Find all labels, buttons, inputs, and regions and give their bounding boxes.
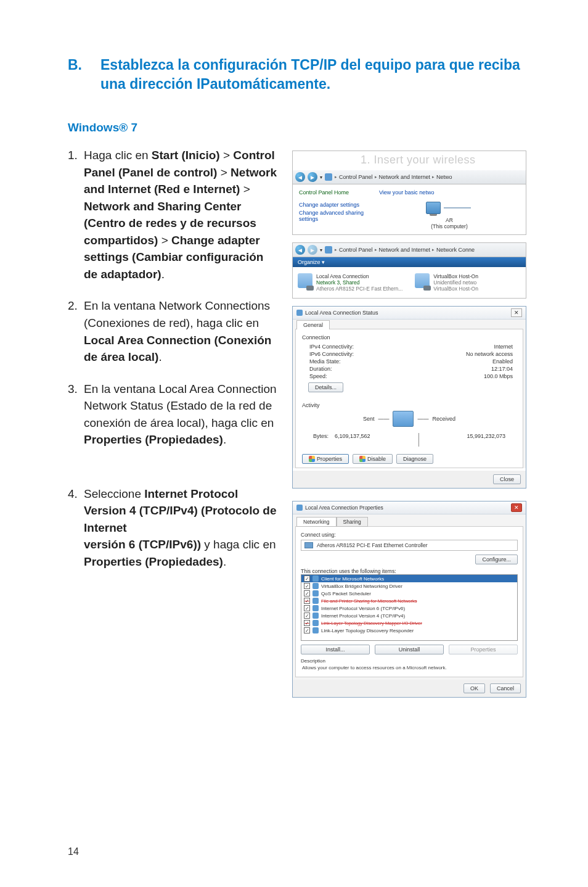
bytes-received: 15,991,232,073 [467,433,505,447]
bold: Properties (Propiedades) [84,555,223,568]
uninstall-button[interactable]: Uninstall [375,645,444,654]
page-number: 14 [68,846,79,857]
checkbox[interactable]: ✓ [304,598,310,604]
adapter-box: Atheros AR8152 PCI-E Fast Ethernet Contr… [301,540,518,551]
back-button[interactable]: ◄ [295,172,305,182]
connection-list: Local Area Connection Network 3, Shared … [293,267,526,298]
watermark-text: 1. Insert your wireless [293,151,526,170]
monitor-icon [393,411,414,427]
connection-item-lac[interactable]: Local Area Connection Network 3, Shared … [298,273,402,292]
list-item[interactable]: ✓Internet Protocol Version 6 (TCP/IPv6) [301,604,517,612]
dropdown-icon[interactable]: ▾ [320,247,322,253]
kv-val: 100.0 Mbps [484,373,513,379]
bytes-label: Bytes: [313,433,329,439]
activity-group-label: Activity [302,402,517,408]
section-heading: B. Establezca la configuración TCP/IP de… [68,56,526,94]
kv-val: Enabled [492,358,513,365]
checkbox[interactable]: ✓ [304,605,310,611]
forward-button[interactable]: ► [308,245,317,255]
list-item[interactable]: ✓Link-Layer Topology Discovery Responder [301,627,517,634]
checkbox[interactable]: ✓ [304,583,310,589]
connect-using-label: Connect using: [301,532,518,538]
checkbox[interactable]: ✓ [304,627,310,633]
tab-general[interactable]: General [296,320,330,329]
description-text: Allows your computer to access resources… [301,664,518,672]
change-sharing-link[interactable]: Change advanced sharing settings [299,210,367,222]
step-2: En la ventana Network Connections (Conex… [68,297,277,365]
received-label: Received [432,416,455,422]
crumb[interactable]: Control Panel [339,247,373,253]
close-icon[interactable]: ✕ [511,308,522,317]
checkbox[interactable]: ✓ [304,613,310,619]
connection-item-vbox[interactable]: VirtualBox Host-On Unidentified netwo Vi… [415,273,478,292]
properties-button[interactable]: Properties [302,454,349,464]
diagnose-button[interactable]: Diagnose [396,454,433,464]
crumb[interactable]: Netwo [436,174,452,180]
close-icon[interactable]: ✕ [511,503,522,512]
configure-button[interactable]: Configure... [475,555,518,564]
list-item[interactable]: ✓File and Printer Sharing for Microsoft … [301,597,517,604]
text: Haga clic en [84,149,152,162]
checkbox[interactable]: ✓ [304,590,310,596]
text: y haga clic en [201,538,276,551]
install-button[interactable]: Install... [301,645,370,654]
shield-icon [309,456,315,462]
checkbox[interactable]: ✓ [304,620,310,626]
control-panel-home[interactable]: Control Panel Home [299,189,367,196]
conn-device: VirtualBox Host-On [433,286,478,292]
list-item[interactable]: ✓VirtualBox Bridged Networking Driver [301,582,517,590]
dropdown-icon[interactable]: ▾ [320,175,322,180]
text: . [161,268,165,281]
network-line-icon [444,207,471,208]
list-item[interactable]: ✓Client for Microsoft Networks [301,575,517,582]
description-label: Description [301,658,518,664]
list-item[interactable]: ✓Link-Layer Topology Discovery Mapper I/… [301,619,517,627]
list-item[interactable]: ✓QoS Packet Scheduler [301,590,517,597]
step-4: Seleccione Internet Protocol Version 4 (… [68,485,277,571]
tab-sharing[interactable]: Sharing [337,517,368,527]
dialog-title: Local Area Connection Properties [305,505,383,511]
component-icon [312,576,319,582]
text: Seleccione [84,487,144,500]
close-button[interactable]: Close [493,474,521,484]
ok-button[interactable]: OK [463,683,485,693]
this-computer-label: (This computer) [379,223,520,229]
checkbox[interactable]: ✓ [304,576,310,582]
crumb[interactable]: Control Panel [339,174,373,180]
forward-button[interactable]: ► [308,172,317,182]
main-area: View your basic netwo AR (This computer) [373,184,526,234]
crumb[interactable]: Network and Internet [379,247,431,253]
bold: versión 6 (TCP/IPv6)) [84,538,201,551]
details-button[interactable]: Details... [308,382,343,392]
text: En la ventana Local Area Connection Netw… [84,382,277,429]
list-item[interactable]: ✓Internet Protocol Version 4 (TCP/IPv4) [301,612,517,619]
back-button[interactable]: ◄ [295,245,305,255]
disable-button[interactable]: Disable [353,454,393,464]
item-properties-button[interactable]: Properties [449,645,518,654]
breadcrumb[interactable]: ▸ Control Panel ▸ Network and Internet ▸… [335,247,475,253]
tab-networking[interactable]: Networking [296,517,337,527]
component-icon [312,620,319,626]
organize-bar[interactable]: Organize ▾ [293,257,526,267]
cancel-button[interactable]: Cancel [490,683,521,693]
crumb[interactable]: Network and Internet [379,174,431,180]
section-letter: B. [68,56,82,94]
step-3: En la ventana Local Area Connection Netw… [68,381,277,448]
tabs: NetworkingSharing [296,517,526,527]
sent-label: Sent [363,416,375,422]
conn-name: VirtualBox Host-On [433,273,478,279]
crumb[interactable]: Network Conne [436,247,475,253]
screenshot-column: 1. Insert your wireless ◄ ► ▾ ▸ Control … [292,147,526,698]
control-panel-icon [325,173,332,181]
text: > [220,149,234,162]
breadcrumb[interactable]: ▸ Control Panel ▸ Network and Internet ▸… [335,174,452,180]
subheading: Windows® 7 [68,121,526,134]
bytes-sent: 6,109,137,562 [335,433,370,439]
item-list[interactable]: ✓Client for Microsoft Networks ✓VirtualB… [301,574,518,641]
status-dialog: Local Area Connection Status ✕ General C… [292,306,526,489]
component-icon [312,598,319,604]
change-adapter-link[interactable]: Change adapter settings [299,202,367,208]
kv-key: IPv4 Connectivity: [309,344,354,350]
component-icon [312,627,319,633]
view-basic-link[interactable]: View your basic netwo [379,189,520,196]
